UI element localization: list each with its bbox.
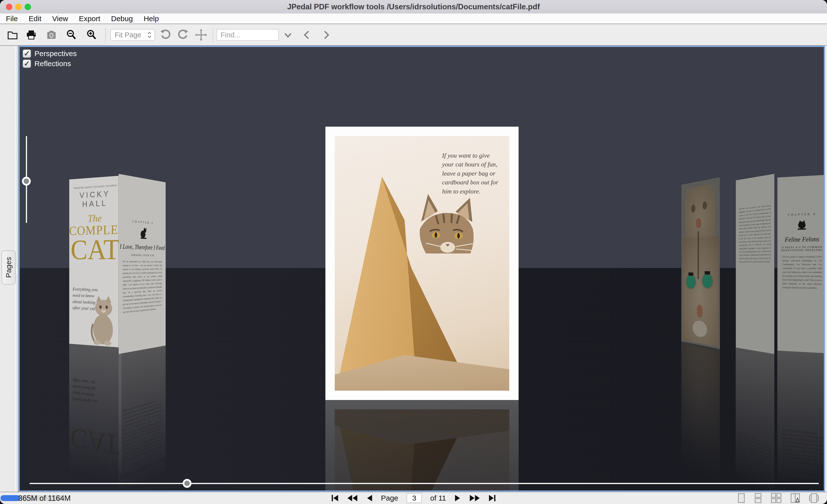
next-page-button[interactable] bbox=[454, 494, 461, 502]
page-count-label: of 11 bbox=[430, 494, 446, 502]
reflections-label: Reflections bbox=[35, 59, 71, 68]
page-number-input[interactable] bbox=[406, 493, 422, 503]
window-title: JPedal PDF workflow tools /Users/idrsolu… bbox=[287, 2, 540, 11]
chapter8-subtitle: A BRIEF A-Z OF COMMON BEHAVIOURAL PROBLE… bbox=[780, 245, 824, 251]
find-next-button[interactable] bbox=[322, 30, 331, 40]
perspectives-checkbox-row[interactable]: ✓ Perspectives bbox=[22, 49, 77, 58]
toxoplasmosis-body: infection can be passed to the foetus du… bbox=[739, 204, 771, 264]
chapter4-body: We are bombarded on a daily basis with i… bbox=[123, 260, 162, 314]
zoom-level-select[interactable]: Fit Page bbox=[110, 29, 155, 41]
rotate-ccw-icon bbox=[159, 29, 171, 41]
kitten-photo bbox=[86, 295, 120, 348]
page-position-slider[interactable] bbox=[30, 483, 819, 484]
continuous-mode-button[interactable] bbox=[753, 493, 763, 503]
title-bar: JPedal PDF workflow tools /Users/idrsolu… bbox=[0, 0, 827, 13]
zoom-out-button[interactable] bbox=[65, 29, 77, 41]
cat-in-paper-bag-photo: If you want to give your cat hours of fu… bbox=[335, 136, 509, 391]
menu-help[interactable]: Help bbox=[144, 14, 159, 23]
rotate-cw-icon bbox=[177, 29, 189, 41]
sidebar-tab-pages[interactable]: Pages bbox=[1, 250, 16, 285]
forward-ten-pages-button[interactable] bbox=[469, 494, 480, 502]
close-window-icon[interactable] bbox=[6, 4, 12, 10]
side-tab-bar: Pages bbox=[0, 46, 18, 492]
toolbar-separator bbox=[213, 27, 213, 43]
zoom-window-icon[interactable] bbox=[25, 4, 31, 10]
reflections-checkbox-row[interactable]: ✓ Reflections bbox=[22, 59, 77, 68]
rotate-cw-button[interactable] bbox=[177, 29, 189, 41]
first-page-icon bbox=[331, 494, 339, 502]
chapter4-subtitle: FEEDING YOUR CAT bbox=[118, 253, 166, 257]
status-bar: 365M of 1164M Page of 11 bbox=[0, 492, 827, 504]
chapter8-title: Feline Felons bbox=[777, 235, 825, 244]
facing-mode-icon bbox=[790, 493, 800, 503]
cat-woodcut-icon bbox=[140, 227, 147, 240]
menu-debug[interactable]: Debug bbox=[111, 14, 133, 23]
snapshot-camera-icon bbox=[46, 30, 57, 40]
first-page-button[interactable] bbox=[331, 494, 339, 502]
carousel-page-5[interactable]: infection can be passed to the foetus du… bbox=[736, 174, 774, 354]
chevron-right-icon bbox=[322, 30, 331, 40]
continuous-mode-icon bbox=[753, 493, 763, 503]
last-page-icon bbox=[488, 494, 496, 502]
toolbar: Fit Page bbox=[0, 24, 827, 46]
find-previous-button[interactable] bbox=[302, 30, 311, 40]
page-position-slider-thumb[interactable] bbox=[183, 479, 192, 488]
forward-pages-icon bbox=[469, 494, 480, 502]
menu-view[interactable]: View bbox=[52, 14, 68, 23]
perspectives-checkbox[interactable]: ✓ bbox=[22, 49, 31, 58]
carousel-page-4[interactable] bbox=[681, 177, 720, 349]
menu-bar: File Edit View Export Debug Help bbox=[0, 13, 827, 24]
single-page-mode-icon bbox=[737, 493, 746, 503]
search-options-button[interactable] bbox=[283, 30, 293, 40]
back-ten-pages-button[interactable] bbox=[347, 494, 358, 502]
page-navigation: Page of 11 bbox=[331, 492, 496, 504]
pan-tool-button[interactable] bbox=[195, 29, 207, 41]
cat-faces-photo bbox=[683, 179, 719, 347]
print-button[interactable] bbox=[26, 30, 37, 40]
tilt-slider-thumb[interactable] bbox=[22, 177, 31, 186]
perspectives-label: Perspectives bbox=[35, 49, 77, 58]
last-page-button[interactable] bbox=[488, 494, 496, 502]
previous-page-icon bbox=[366, 494, 373, 502]
carousel-page-2[interactable]: CHAPTER 4 I Love, Therefore I Feed FEEDI… bbox=[118, 174, 166, 354]
memory-usage-fill bbox=[0, 495, 20, 501]
chapter4-title: I Love, Therefore I Feed bbox=[118, 243, 166, 251]
zoom-level-value: Fit Page bbox=[115, 31, 141, 39]
continuous-facing-mode-button[interactable] bbox=[770, 493, 782, 503]
print-icon bbox=[26, 30, 37, 40]
traffic-lights bbox=[6, 0, 31, 13]
next-page-icon bbox=[454, 494, 461, 502]
cat-woodcut-icon bbox=[797, 220, 807, 231]
zoom-out-icon bbox=[65, 29, 77, 41]
reflections-checkbox[interactable]: ✓ bbox=[22, 59, 31, 68]
screen: JPedal PDF workflow tools /Users/idrsolu… bbox=[0, 0, 827, 504]
carousel-page-6[interactable]: CHAPTER 8 Feline Felons A BRIEF A-Z OF C… bbox=[777, 175, 825, 353]
rewind-pages-icon bbox=[347, 494, 358, 502]
pageflow-carousel-mode-icon bbox=[808, 493, 820, 503]
snapshot-button[interactable] bbox=[46, 30, 57, 40]
cover-author: VICKY HALL bbox=[69, 188, 121, 210]
continuous-facing-mode-icon bbox=[770, 493, 782, 503]
menu-file[interactable]: File bbox=[6, 14, 18, 23]
zoom-in-button[interactable] bbox=[86, 29, 97, 41]
minimize-window-icon[interactable] bbox=[15, 4, 22, 10]
open-folder-button[interactable] bbox=[7, 30, 18, 40]
menu-export[interactable]: Export bbox=[79, 14, 100, 23]
rotate-ccw-button[interactable] bbox=[159, 29, 171, 41]
tilt-slider[interactable] bbox=[26, 136, 27, 223]
facing-mode-button[interactable] bbox=[790, 493, 800, 503]
carousel-page-1[interactable]: Voted the nation's favourite cat author … bbox=[69, 175, 121, 348]
menu-edit[interactable]: Edit bbox=[29, 14, 41, 23]
chapter8-body: I'm not going to repeat everything I hav… bbox=[782, 255, 822, 290]
peeking-cat bbox=[406, 192, 488, 273]
view-options: ✓ Perspectives ✓ Reflections bbox=[22, 49, 77, 68]
cover-title-cat: CAT bbox=[69, 237, 121, 262]
previous-page-button[interactable] bbox=[366, 494, 373, 502]
search-input[interactable] bbox=[216, 29, 279, 41]
app-window: JPedal PDF workflow tools /Users/idrsolu… bbox=[0, 0, 827, 504]
pageflow-view[interactable]: Voted the nation's favourite cat author … bbox=[18, 46, 825, 492]
single-page-mode-button[interactable] bbox=[737, 493, 746, 503]
zoom-in-icon bbox=[86, 29, 97, 41]
carousel-page-current[interactable]: If you want to give your cat hours of fu… bbox=[325, 127, 519, 400]
pageflow-mode-button[interactable] bbox=[808, 493, 820, 503]
